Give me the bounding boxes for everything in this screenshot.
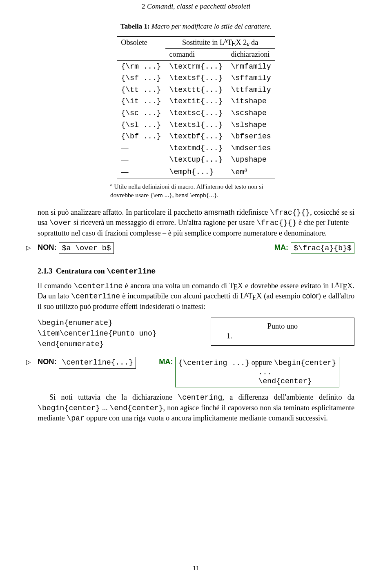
table-cell: \bfseries	[227, 131, 275, 142]
table-cell: \mdseries	[227, 142, 275, 154]
pkg-color: color	[302, 292, 318, 300]
table-cell: \upshape	[227, 154, 275, 166]
table-cell: \textit{...}	[165, 96, 227, 107]
non-code: $a \over b$	[59, 242, 114, 254]
subsection-number: 2.1.3	[38, 267, 52, 275]
example-block: \begin{enumerate} \item\centerline{Punto…	[38, 318, 354, 349]
running-header: 2 Comandi, classi e pacchetti obsoleti	[38, 2, 354, 11]
paragraph: Il comando \centerline è ancora una volt…	[38, 281, 354, 312]
table-cell: {\it ...}	[117, 96, 165, 107]
table-cell: {\sc ...}	[117, 107, 165, 119]
non-ma-row: ▷ NON: $a \over b$ MA: $\frac{a}{b}$	[38, 242, 354, 254]
th-declarations: dichiarazioni	[227, 49, 275, 61]
running-header-text: Comandi, classi e pacchetti obsoleti	[147, 2, 250, 10]
table-cell: —	[117, 154, 165, 166]
table-cell: \textrm{...}	[165, 60, 227, 72]
table-caption-label: Tabella 1:	[120, 22, 150, 30]
latex-logo: LATEX	[331, 282, 353, 290]
triangle-icon: ▷	[26, 358, 31, 366]
latex-logo: LATEX 2ε	[220, 38, 249, 47]
paragraph: non si può analizzare affatto. In partic…	[38, 207, 354, 238]
ma-label: MA:	[274, 242, 288, 253]
output-item-number: 1.	[215, 331, 350, 341]
table-cell: —	[117, 166, 165, 178]
table-cell: \scshape	[227, 107, 275, 119]
table-cell: \textmd{...}	[165, 142, 227, 154]
table-cell: \texttt{...}	[165, 84, 227, 96]
running-header-number: 2	[142, 2, 145, 10]
ma-code: {\centering ...} oppure \begin{center} .…	[175, 357, 339, 387]
paragraph: Si noti tuttavia che la dichiarazione \c…	[38, 392, 354, 424]
non-code: \centerline{...}	[59, 357, 136, 369]
table-cell: {\rm ...}	[117, 60, 165, 72]
font-table: Obsolete Sostituite in LATEX 2ε da coman…	[117, 36, 275, 179]
non-label: NON:	[38, 242, 56, 253]
example-input: \begin{enumerate} \item\centerline{Punto…	[38, 318, 196, 349]
table-cell: {\sf ...}	[117, 72, 165, 84]
page-number: 11	[0, 564, 392, 573]
table-cell: \itshape	[227, 96, 275, 107]
table-cell: \textup{...}	[165, 154, 227, 166]
pkg-amsmath: amsmath	[204, 208, 235, 216]
table-cell: \sffamily	[227, 72, 275, 84]
ma-label: MA:	[159, 357, 173, 367]
table-cell: \emph{...}	[165, 166, 227, 178]
subsection-heading: 2.1.3 Centratura con \centerline	[38, 266, 354, 277]
table-cell: \textsc{...}	[165, 107, 227, 119]
th-commands: comandi	[165, 49, 227, 61]
triangle-icon: ▷	[26, 244, 31, 252]
table-cell: \textsf{...}	[165, 72, 227, 84]
output-centered-text: Punto uno	[215, 321, 350, 331]
table-cell: \ttfamily	[227, 84, 275, 96]
table-cell: {\bf ...}	[117, 131, 165, 142]
table-cell: —	[117, 142, 165, 154]
table-caption: Tabella 1: Macro per modificare lo stile…	[38, 22, 354, 31]
non-ma-row: ▷ NON: \centerline{...} MA: {\centering …	[38, 357, 354, 387]
latex-logo: LATEX	[240, 292, 262, 300]
table-cell: \textsl{...}	[165, 119, 227, 131]
non-label: NON:	[38, 357, 56, 367]
table-cell: \rmfamily	[227, 60, 275, 72]
th-obsolete: Obsolete	[117, 36, 165, 49]
table-caption-text: Macro per modificare lo stile del caratt…	[151, 22, 272, 30]
table-cell: \slshape	[227, 119, 275, 131]
table-footnote: a Utile nella definizioni di macro. All'…	[110, 182, 282, 199]
example-output: Punto uno 1.	[211, 318, 354, 346]
ma-code: $\frac{a}{b}$	[291, 242, 354, 254]
table-cell: \ema	[227, 166, 275, 178]
table-cell: \textbf{...}	[165, 131, 227, 142]
tex-logo: TEX	[229, 282, 243, 290]
table-cell: {\tt ...}	[117, 84, 165, 96]
table-cell: {\sl ...}	[117, 119, 165, 131]
th-replace: Sostituite in LATEX 2ε da	[165, 36, 275, 49]
